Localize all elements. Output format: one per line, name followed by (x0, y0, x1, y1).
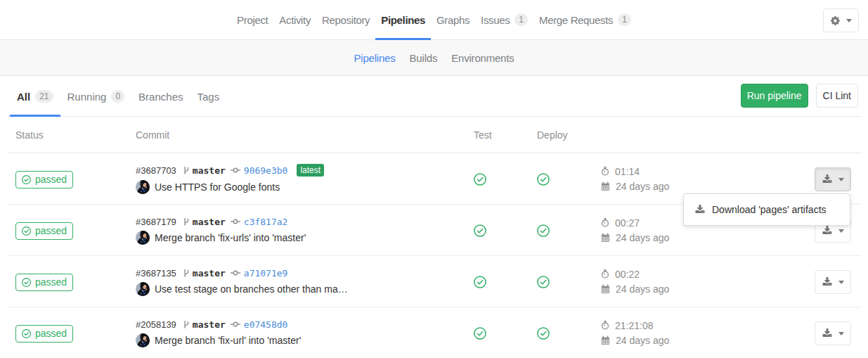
branch-link[interactable]: master (193, 217, 226, 227)
stage-test-passed-icon[interactable] (474, 224, 486, 237)
nav-item-pipelines[interactable]: Pipelines (375, 0, 431, 39)
pipelines-table-header: Status Commit Test Deploy (7, 117, 861, 153)
pipeline-row: passed #3687135 master a71071e9 Use test… (7, 256, 861, 307)
gear-icon (831, 15, 841, 26)
stage-deploy-passed-icon[interactable] (537, 327, 550, 340)
branch-link[interactable]: master (193, 268, 226, 279)
commit-message-link[interactable]: Use HTTPS for Google fonts (155, 181, 280, 193)
timer-icon (601, 167, 609, 176)
commit-sha-link[interactable]: c3f817a2 (244, 217, 288, 227)
avatar[interactable] (136, 282, 150, 296)
commit-cell: #2058139 master e07458d0 Merge branch 'f… (136, 319, 467, 347)
pipeline-id-link[interactable]: #3687135 (136, 268, 176, 279)
finished-value: 24 days ago (616, 283, 669, 295)
subnav-item-environments[interactable]: Environments (444, 52, 521, 64)
stage-deploy-passed-icon[interactable] (537, 173, 550, 186)
nav-item-repository[interactable]: Repository (316, 0, 375, 39)
branch-link[interactable]: master (193, 165, 226, 176)
avatar[interactable] (136, 231, 150, 245)
caret-down-icon (838, 331, 844, 336)
nav-item-graphs[interactable]: Graphs (431, 0, 475, 39)
status-label: passed (35, 225, 67, 236)
caret-down-icon (838, 280, 844, 285)
artifacts-dropdown-button[interactable] (815, 270, 851, 294)
nav-item-label: Merge Requests (539, 14, 613, 26)
stage-deploy-passed-icon[interactable] (537, 224, 550, 237)
status-label: passed (35, 276, 67, 288)
download-icon (822, 174, 832, 184)
settings-dropdown-button[interactable] (823, 8, 859, 32)
time-cell: 01:14 24 days ago (594, 166, 675, 192)
run-pipeline-button[interactable]: Run pipeline (741, 84, 808, 108)
finished-value: 24 days ago (616, 232, 669, 243)
stage-test-passed-icon[interactable] (474, 276, 486, 288)
commit-message-link[interactable]: Use test stage on branches other than ma… (155, 283, 348, 295)
pipeline-id-link[interactable]: #3687703 (136, 165, 176, 176)
ci-lint-button[interactable]: CI Lint (816, 84, 858, 108)
tab-running[interactable]: Running0 (60, 76, 132, 116)
nav-item-merge-requests[interactable]: Merge Requests1 (533, 0, 637, 39)
timer-icon (601, 321, 609, 330)
avatar[interactable] (136, 180, 150, 194)
pipeline-id-link[interactable]: #3687179 (136, 217, 176, 227)
status-badge[interactable]: passed (15, 274, 73, 291)
subnav-item-pipelines[interactable]: Pipelines (346, 52, 402, 64)
project-nav: Project Activity Repository Pipelines Gr… (0, 0, 868, 40)
subnav-item-builds[interactable]: Builds (403, 52, 445, 64)
stage-test-passed-icon[interactable] (474, 327, 486, 340)
avatar[interactable] (136, 333, 150, 347)
finished-line: 24 days ago (601, 232, 675, 243)
nav-item-issues[interactable]: Issues1 (475, 0, 533, 39)
merge-requests-count-badge: 1 (618, 13, 631, 26)
commit-message-link[interactable]: Merge branch 'fix-url' into 'master' (155, 335, 301, 346)
duration-value: 01:14 (615, 166, 640, 177)
tab-label: Branches (138, 91, 183, 103)
stage-test-cell (467, 220, 531, 240)
running-count-badge: 0 (111, 90, 124, 103)
nav-item-project[interactable]: Project (231, 0, 273, 39)
nav-item-activity[interactable]: Activity (273, 0, 316, 39)
status-cell: passed (7, 170, 136, 188)
branch-link[interactable]: master (193, 319, 226, 330)
duration-value: 00:22 (615, 269, 640, 280)
commit-icon (231, 321, 240, 328)
stage-deploy-passed-icon[interactable] (537, 276, 550, 288)
calendar-icon (601, 335, 610, 345)
pipeline-id-link[interactable]: #2058139 (136, 319, 176, 330)
duration-line: 00:27 (601, 217, 675, 229)
tab-branches[interactable]: Branches (131, 76, 190, 116)
commit-message-link[interactable]: Merge branch 'fix-urls' into 'master' (155, 232, 306, 243)
commit-cell: #3687135 master a71071e9 Use test stage … (136, 267, 467, 296)
time-cell: 00:22 24 days ago (594, 269, 675, 295)
download-artifacts-menu-item[interactable]: Download 'pages' artifacts (712, 204, 827, 215)
download-icon (822, 277, 832, 287)
pipelines-filter-tabs: All21 Running0 Branches Tags (10, 76, 226, 116)
tab-label: All (17, 91, 30, 103)
status-badge[interactable]: passed (15, 222, 73, 240)
latest-badge: latest (297, 164, 324, 177)
stage-test-cell (467, 271, 531, 291)
artifacts-dropdown-button[interactable] (815, 167, 851, 191)
commit-sha-link[interactable]: 9069e3b0 (244, 165, 288, 176)
commit-sha-link[interactable]: e07458d0 (244, 319, 288, 330)
stage-test-cell (467, 323, 531, 343)
tab-tags[interactable]: Tags (190, 76, 226, 116)
duration-line: 01:14 (601, 166, 675, 177)
header-deploy: Deploy (531, 129, 594, 141)
all-count-badge: 21 (35, 90, 53, 103)
tab-all[interactable]: All21 (10, 76, 60, 116)
commit-message-line: Merge branch 'fix-url' into 'master' (136, 333, 467, 347)
status-badge[interactable]: passed (15, 325, 73, 343)
duration-line: 00:22 (601, 269, 675, 280)
nav-item-label: Pipelines (381, 14, 425, 26)
finished-value: 24 days ago (616, 181, 669, 192)
branch-icon (183, 217, 189, 226)
commit-cell: #3687179 master c3f817a2 Merge branch 'f… (136, 216, 467, 245)
artifacts-dropdown-button[interactable] (815, 321, 851, 345)
calendar-icon (601, 233, 610, 242)
stage-test-passed-icon[interactable] (474, 173, 486, 186)
status-badge[interactable]: passed (15, 171, 73, 188)
download-icon (822, 328, 832, 338)
commit-sha-link[interactable]: a71071e9 (244, 268, 288, 279)
nav-item-label: Project (237, 14, 268, 26)
